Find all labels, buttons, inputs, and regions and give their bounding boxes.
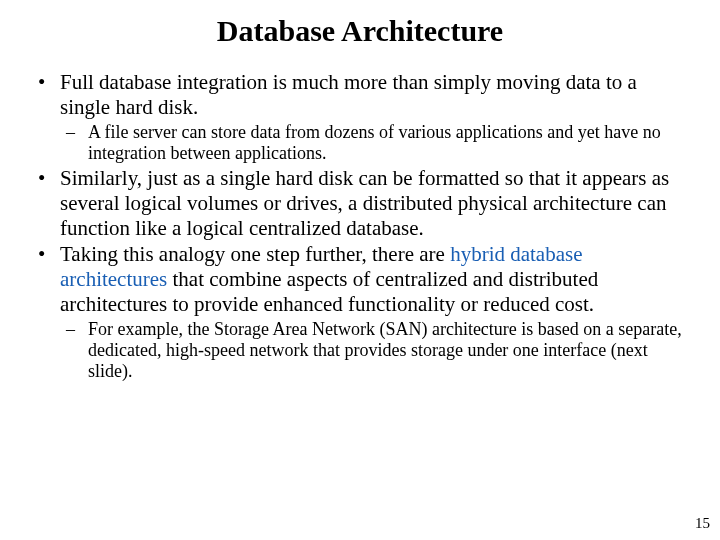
bullet-item: Taking this analogy one step further, th… (30, 242, 690, 382)
sub-bullet-list: For example, the Storage Area Network (S… (60, 319, 690, 383)
sub-bullet-item: A file server can store data from dozens… (60, 122, 690, 164)
bullet-text: Full database integration is much more t… (60, 70, 637, 119)
slide-title: Database Architecture (30, 14, 690, 48)
sub-bullet-item: For example, the Storage Area Network (S… (60, 319, 690, 383)
page-number: 15 (695, 515, 710, 532)
slide-container: Database Architecture Full database inte… (0, 0, 720, 382)
bullet-text-pre: Taking this analogy one step further, th… (60, 242, 450, 266)
bullet-item: Similarly, just as a single hard disk ca… (30, 166, 690, 240)
sub-bullet-list: A file server can store data from dozens… (60, 122, 690, 164)
bullet-list: Full database integration is much more t… (30, 70, 690, 382)
sub-bullet-text: A file server can store data from dozens… (88, 122, 661, 163)
sub-bullet-text: For example, the Storage Area Network (S… (88, 319, 682, 381)
bullet-item: Full database integration is much more t… (30, 70, 690, 164)
bullet-text: Similarly, just as a single hard disk ca… (60, 166, 669, 240)
